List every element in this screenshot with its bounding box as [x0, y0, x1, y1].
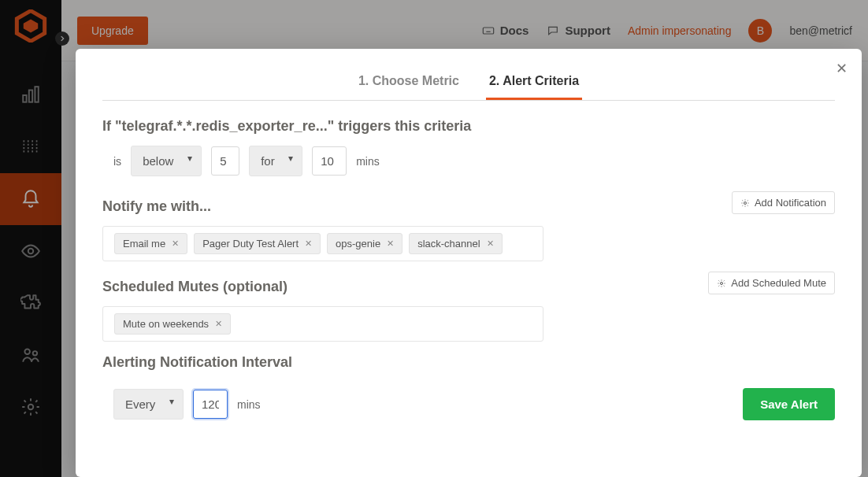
modal-tabs: 1. Choose Metric 2. Alert Criteria: [102, 68, 835, 101]
threshold-input[interactable]: [211, 146, 239, 176]
svg-point-19: [744, 202, 746, 204]
mins-label: mins: [237, 398, 261, 411]
comparator-select[interactable]: below: [131, 146, 202, 176]
remove-tag-icon[interactable]: ✕: [387, 238, 394, 249]
is-label: is: [113, 155, 121, 168]
mutes-header: Scheduled Mutes (optional): [102, 279, 287, 295]
remove-tag-icon[interactable]: ✕: [172, 238, 179, 249]
tab-alert-criteria[interactable]: 2. Alert Criteria: [486, 68, 582, 100]
notification-tag: Pager Duty Test Alert✕: [194, 233, 321, 254]
svg-point-20: [721, 282, 723, 284]
tab-choose-metric[interactable]: 1. Choose Metric: [355, 68, 462, 100]
save-alert-button[interactable]: Save Alert: [743, 388, 835, 420]
duration-mode-select[interactable]: for: [249, 146, 302, 176]
close-icon[interactable]: ✕: [836, 60, 848, 77]
notification-tag: slack-channel✕: [409, 233, 503, 254]
interval-header: Alerting Notification Interval: [102, 354, 835, 371]
alert-editor-modal: ✕ 1. Choose Metric 2. Alert Criteria If …: [76, 49, 862, 477]
mins-label: mins: [356, 155, 380, 168]
remove-tag-icon[interactable]: ✕: [215, 319, 222, 329]
criteria-header: If "telegraf.*.*.redis_exporter_re..." t…: [102, 118, 835, 135]
gear-icon: [740, 198, 750, 208]
duration-input[interactable]: [312, 146, 347, 176]
add-mute-label: Add Scheduled Mute: [731, 277, 826, 289]
notify-header: Notify me with...: [102, 198, 211, 215]
notification-tag: Email me✕: [114, 233, 187, 254]
interval-mode-select[interactable]: Every: [113, 389, 184, 420]
remove-tag-icon[interactable]: ✕: [305, 238, 312, 249]
add-notification-label: Add Notification: [755, 197, 826, 209]
interval-input[interactable]: [193, 390, 228, 419]
remove-tag-icon[interactable]: ✕: [487, 238, 494, 249]
add-scheduled-mute-button[interactable]: Add Scheduled Mute: [708, 272, 835, 294]
mutes-box[interactable]: Mute on weekends✕: [102, 306, 543, 342]
notifications-box[interactable]: Email me✕ Pager Duty Test Alert✕ ops-gen…: [102, 226, 543, 261]
add-notification-button[interactable]: Add Notification: [732, 191, 835, 214]
mute-tag: Mute on weekends✕: [114, 313, 231, 335]
notification-tag: ops-genie✕: [327, 233, 402, 254]
gear-icon: [717, 279, 726, 288]
